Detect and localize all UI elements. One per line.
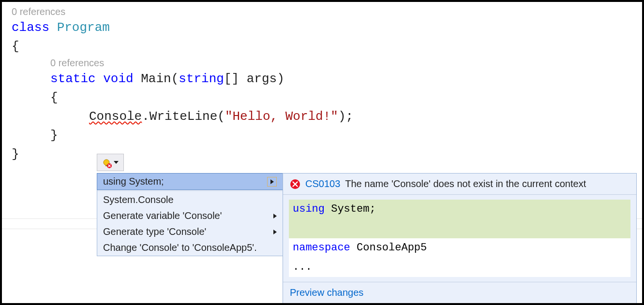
lightbulb-button[interactable] bbox=[97, 154, 124, 171]
diff-line: namespace ConsoleApp5 bbox=[289, 238, 630, 258]
codelens-class[interactable]: 0 references bbox=[12, 5, 642, 18]
quickfix-preview: CS0103 The name 'Console' does not exist… bbox=[283, 173, 637, 304]
preview-diff: using System; namespace ConsoleApp5 ... bbox=[289, 200, 630, 277]
error-token-console[interactable]: Console bbox=[89, 109, 142, 124]
chevron-down-icon bbox=[114, 161, 119, 164]
quickfix-item-system-console[interactable]: System.Console bbox=[97, 192, 283, 208]
error-message: The name 'Console' does not exist in the… bbox=[345, 178, 586, 189]
code-line: static void Main(string[] args) bbox=[50, 70, 642, 88]
code-line: } bbox=[50, 126, 642, 145]
submenu-arrow-icon bbox=[273, 230, 277, 234]
preview-header: CS0103 The name 'Console' does not exist… bbox=[283, 174, 636, 195]
quickfix-item-generate-type[interactable]: Generate type 'Console' bbox=[97, 224, 283, 240]
quickfix-item-change-to[interactable]: Change 'Console' to 'ConsoleApp5'. bbox=[97, 240, 283, 256]
submenu-arrow-icon bbox=[273, 214, 277, 218]
submenu-arrow-icon bbox=[267, 177, 277, 187]
code-line: Console.WriteLine("Hello, World!"); bbox=[89, 107, 642, 126]
quickfix-item-generate-variable[interactable]: Generate variable 'Console' bbox=[97, 208, 283, 224]
lightbulb-icon bbox=[102, 158, 112, 167]
menu-separator bbox=[97, 190, 283, 191]
diff-line: ... bbox=[289, 258, 630, 277]
code-line: { bbox=[50, 88, 642, 107]
quickfix-menu: using System; System.Console Generate va… bbox=[97, 173, 283, 256]
quickfix-item-using-system[interactable]: using System; bbox=[97, 173, 283, 190]
code-editor[interactable]: 0 references class Program { 0 reference… bbox=[2, 2, 642, 164]
diff-added-line: using System; bbox=[289, 200, 630, 219]
diff-added-line bbox=[289, 219, 630, 238]
codelens-main[interactable]: 0 references bbox=[50, 56, 642, 70]
error-icon bbox=[290, 179, 300, 189]
code-line: class Program bbox=[12, 18, 642, 37]
error-code[interactable]: CS0103 bbox=[305, 178, 340, 189]
preview-changes-link[interactable]: Preview changes bbox=[283, 282, 636, 303]
code-line: { bbox=[12, 37, 642, 56]
